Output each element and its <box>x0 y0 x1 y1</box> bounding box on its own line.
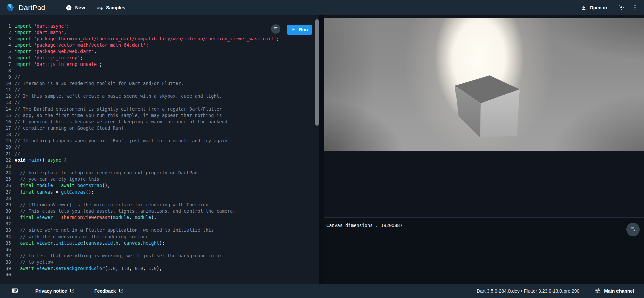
line-number: 11 <box>0 87 15 93</box>
code-token: () <box>39 157 47 163</box>
open-in-button[interactable]: Open in <box>581 5 607 11</box>
overflow-menu-button[interactable] <box>631 3 639 13</box>
code-area[interactable]: 1import 'dart:async';2import 'dart:math'… <box>0 23 315 278</box>
code-text: // compiler running on Google Cloud Run)… <box>15 125 126 131</box>
code-line: 1import 'dart:async'; <box>0 23 315 29</box>
code-token: ThermionViewerWasm <box>61 215 110 220</box>
code-line: 14// The DartPad environment is slightly… <box>0 106 315 112</box>
version-text: Dart 3.5.0-284.0.dev • Flutter 3.23.0-13… <box>477 288 579 294</box>
code-token: // <box>15 87 20 92</box>
code-token: // Thermion is a 3D rendering toolkit fo… <box>15 81 184 86</box>
code-text: import 'dart:math'; <box>15 29 66 36</box>
new-button[interactable]: New <box>66 5 85 11</box>
code-token: = <box>53 215 61 220</box>
code-line: 26 final module = await bootstrap(); <box>0 182 315 189</box>
code-token: // <box>15 144 20 150</box>
line-number: 37 <box>0 253 15 259</box>
code-token: // This class lets you load assets, ligh… <box>15 208 235 214</box>
keyboard-shortcuts-button[interactable] <box>10 286 20 296</box>
code-token: viewer <box>37 266 53 271</box>
code-line: 9// <box>0 74 315 80</box>
code-text: final canvas = getCanvas(); <box>15 189 94 195</box>
code-line: 35 await viewer.initialize(canvas.width,… <box>0 240 315 246</box>
line-number: 27 <box>0 189 15 195</box>
code-token: import <box>15 49 34 54</box>
line-number: 6 <box>0 55 15 61</box>
add-circle-icon <box>66 5 72 11</box>
line-number: 23 <box>0 163 15 170</box>
code-line: 3import 'package:thermion_dart/thermion_… <box>0 36 315 42</box>
editor-scrollbar[interactable] <box>315 19 319 126</box>
render-canvas[interactable] <box>324 18 644 151</box>
tune-icon <box>595 288 601 295</box>
code-token: = <box>53 183 61 188</box>
line-number: 3 <box>0 36 15 42</box>
code-token: viewer <box>37 240 53 246</box>
code-token: module <box>113 215 129 220</box>
line-number: 25 <box>0 176 15 182</box>
clear-console-icon <box>630 226 636 233</box>
line-number: 15 <box>0 112 15 119</box>
code-line: 22void main() async { <box>0 157 315 163</box>
code-token: viewer <box>37 215 53 220</box>
code-token: main <box>29 157 40 163</box>
open-in-label: Open in <box>590 5 607 10</box>
code-token: width <box>105 240 118 246</box>
code-token: , <box>143 266 148 271</box>
code-text: final viewer = ThermionViewerWasm(module… <box>15 214 157 221</box>
status-bar-right: Dart 3.5.0-284.0.dev • Flutter 3.23.0-13… <box>477 288 644 295</box>
code-token: bootstrap <box>77 183 102 188</box>
code-token: (); <box>102 183 110 188</box>
code-line: 17// compiler running on Google Cloud Ru… <box>0 125 315 131</box>
run-button[interactable]: Run <box>287 25 312 35</box>
line-number: 40 <box>0 272 15 278</box>
clear-console-button[interactable] <box>626 223 640 236</box>
code-token: // [ThermionViewer] is the main interfac… <box>15 202 208 207</box>
code-text: // Thermion is a 3D rendering toolkit fo… <box>15 80 184 87</box>
feedback-link[interactable]: Feedback <box>94 288 124 294</box>
line-number: 30 <box>0 208 15 214</box>
download-icon <box>581 5 587 11</box>
code-token: import <box>15 36 34 41</box>
privacy-notice-link[interactable]: Privacy notice <box>35 288 75 294</box>
code-line: 31 final viewer = ThermionViewerWasm(mod… <box>0 214 315 221</box>
format-button[interactable] <box>271 24 280 34</box>
code-token: ; <box>80 55 83 60</box>
code-text: void main() async { <box>15 157 66 163</box>
code-line: 19// If nothing happens when you hit "Ru… <box>0 138 315 144</box>
line-number: 36 <box>0 246 15 253</box>
samples-button[interactable]: Samples <box>96 4 125 11</box>
line-number: 17 <box>0 125 15 131</box>
dartpad-logo <box>5 3 15 12</box>
code-token: // boilerplate to setup our rendering co… <box>15 170 198 175</box>
code-text: // If nothing happens when you hit "Run"… <box>15 138 230 144</box>
code-token: // you can safely ignore this <box>15 176 99 182</box>
panel-splitter[interactable] <box>319 15 324 284</box>
code-editor[interactable]: 1import 'dart:async';2import 'dart:math'… <box>0 15 319 284</box>
theme-toggle-button[interactable] <box>616 3 626 13</box>
code-token: 1.0 <box>121 266 129 271</box>
code-line: 36 <box>0 246 315 253</box>
line-number: 33 <box>0 227 15 233</box>
code-token: import <box>15 23 34 29</box>
code-text: // to yellow <box>15 259 53 265</box>
code-line: 37 // to test that everything is working… <box>0 253 315 259</box>
code-line: 13// <box>0 99 315 106</box>
channel-label: Main channel <box>604 288 634 294</box>
output-panel: Canvas dimensions : 644x298 <box>324 15 644 284</box>
code-text: final module = await bootstrap(); <box>15 182 110 189</box>
line-number: 8 <box>0 68 15 74</box>
code-text: // to test that everything is working, w… <box>15 253 222 259</box>
code-line: 6import 'dart:js_interop'; <box>0 55 315 61</box>
code-text: // happening (this is because we aren't … <box>15 119 227 125</box>
channel-selector[interactable]: Main channel <box>595 288 634 295</box>
code-token: 'dart:math' <box>34 30 64 35</box>
privacy-notice-label: Privacy notice <box>35 288 67 294</box>
code-token: void <box>15 157 29 163</box>
main-area: 1import 'dart:async';2import 'dart:math'… <box>0 15 644 284</box>
console-output: Canvas dimensions : 644x298 <box>326 223 403 228</box>
code-text: // The DartPad environment is slightly d… <box>15 106 222 112</box>
code-token: . <box>53 266 56 271</box>
code-text: // with the dimensions of the rendering … <box>15 233 148 240</box>
app-title: DartPad <box>19 4 45 12</box>
